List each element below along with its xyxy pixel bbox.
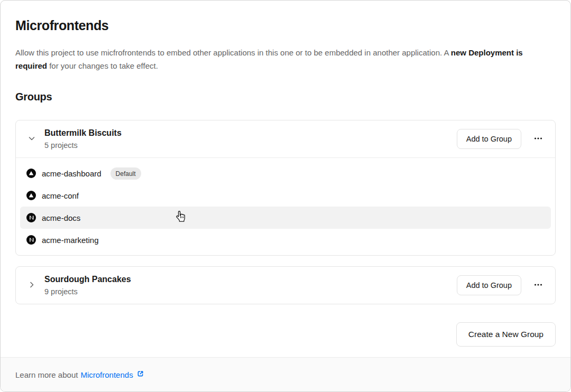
default-badge: Default	[110, 167, 141, 180]
main-content: Microfrontends Allow this project to use…	[1, 1, 570, 357]
group-menu-button[interactable]	[530, 277, 547, 294]
page-description: Allow this project to use micfrofrontend…	[15, 46, 556, 72]
group-name: Sourdough Pancakes	[44, 273, 131, 285]
project-name: acme-marketing	[42, 236, 99, 245]
vercel-logo-icon	[26, 169, 36, 178]
description-text-tail: for your changes to take effect.	[47, 61, 158, 70]
group-card-sourdough-pancakes: Sourdough Pancakes 9 projects Add to Gro…	[15, 266, 556, 304]
group-header-actions: Add to Group	[457, 129, 547, 149]
ellipsis-icon	[533, 280, 543, 291]
footer-text: Learn more about	[15, 370, 78, 379]
chevron-right-icon	[27, 281, 36, 291]
project-row-acme-marketing[interactable]: acme-marketing	[20, 229, 551, 251]
group-name: Buttermilk Biscuits	[44, 127, 122, 139]
project-name: acme-docs	[42, 213, 80, 222]
create-group-row: Create a New Group	[15, 322, 556, 347]
microfrontends-settings-page: Microfrontends Allow this project to use…	[0, 0, 571, 392]
project-row-acme-docs[interactable]: acme-docs	[20, 207, 551, 229]
project-row-acme-conf[interactable]: acme-conf	[20, 184, 551, 207]
group-project-count: 5 projects	[44, 139, 122, 151]
project-name: acme-dashboard	[42, 169, 102, 178]
project-row-acme-dashboard[interactable]: acme-dashboard Default	[20, 162, 551, 184]
group-header: Buttermilk Biscuits 5 projects Add to Gr…	[16, 120, 555, 157]
hand-cursor-icon	[174, 209, 187, 226]
group-title-block: Sourdough Pancakes 9 projects	[44, 273, 131, 297]
vercel-logo-icon	[26, 191, 36, 200]
footer-link-label: Microfrontends	[80, 370, 133, 379]
page-title: Microfrontends	[15, 17, 556, 33]
ellipsis-icon	[533, 134, 543, 145]
add-to-group-button[interactable]: Add to Group	[457, 129, 521, 149]
expand-group-button[interactable]	[24, 278, 39, 293]
nextjs-logo-icon	[26, 235, 36, 245]
description-text: Allow this project to use micfrofrontend…	[15, 48, 451, 57]
create-new-group-button[interactable]: Create a New Group	[456, 322, 556, 347]
footer: Learn more about Microfrontends	[1, 357, 570, 391]
nextjs-logo-icon	[26, 213, 36, 222]
microfrontends-docs-link[interactable]: Microfrontends	[80, 370, 144, 379]
group-header: Sourdough Pancakes 9 projects Add to Gro…	[16, 267, 555, 304]
add-to-group-button[interactable]: Add to Group	[457, 275, 521, 295]
group-header-actions: Add to Group	[457, 275, 547, 295]
project-name: acme-conf	[42, 191, 79, 200]
group-menu-button[interactable]	[530, 130, 547, 147]
external-link-icon	[136, 370, 144, 379]
project-list: acme-dashboard Default acme-conf acme-do…	[16, 158, 555, 255]
groups-heading: Groups	[15, 90, 556, 104]
chevron-down-icon	[27, 134, 36, 144]
group-title-block: Buttermilk Biscuits 5 projects	[44, 127, 122, 151]
group-card-buttermilk-biscuits: Buttermilk Biscuits 5 projects Add to Gr…	[15, 120, 556, 256]
collapse-group-button[interactable]	[24, 132, 39, 146]
group-project-count: 9 projects	[44, 286, 131, 297]
